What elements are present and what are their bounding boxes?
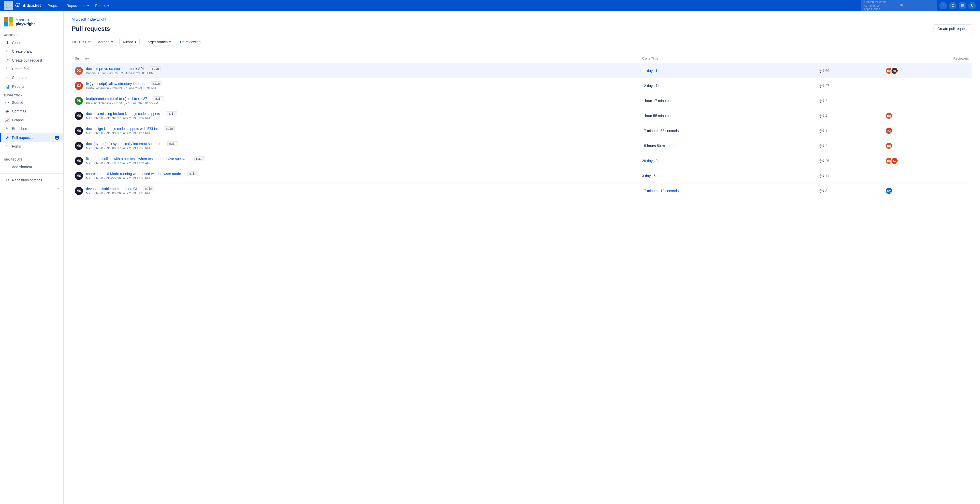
- pr-comments-cell-9: 💬 3: [816, 183, 883, 198]
- app-grid-icon[interactable]: [4, 1, 13, 10]
- table-row[interactable]: MS devops: disable npm audit on CI → mai…: [72, 183, 972, 198]
- table-row[interactable]: MS docs(python): fix syntactically incor…: [72, 139, 972, 153]
- sidebar-item-pull-requests[interactable]: ↗ Pull requests 1: [0, 133, 63, 142]
- reviewing-filter[interactable]: I'm reviewing: [177, 38, 203, 46]
- sidebar-item-compare[interactable]: ↔ Compare: [0, 73, 63, 82]
- filters-bar: FILTER BY: Merged ▾ Author ▾ Target bran…: [72, 38, 972, 50]
- comment-icon: 💬: [819, 129, 824, 133]
- sidebar-item-source[interactable]: <> Source: [0, 99, 63, 107]
- pr-cycle-time: 17 minutes 10 seconds: [642, 189, 679, 193]
- pr-cycle-time-cell-2: 12 days 7 hours: [639, 78, 816, 93]
- pull-requests-table: Summary Cycle Time Reviewers DO docs: im…: [72, 54, 972, 198]
- bitbucket-apps-icon[interactable]: ▦: [959, 2, 966, 10]
- repository-settings-icon: ⚙: [5, 178, 10, 182]
- sidebar-item-graphs[interactable]: 📈 Graphs: [0, 115, 63, 124]
- pr-arrow-icon: →: [190, 157, 193, 161]
- reviewer-avatar: DO: [885, 112, 892, 119]
- sidebar-item-clone[interactable]: ⬇ Clone: [0, 38, 63, 47]
- bitbucket-logo[interactable]: Bitbucket: [15, 3, 41, 9]
- sidebar-item-create-pull-request[interactable]: ↗ Create pull request: [0, 56, 63, 65]
- pr-cycle-time: 15 hours 50 minutes: [642, 144, 674, 148]
- pr-summary-cell-9: MS devops: disable npm audit on CI → mai…: [72, 183, 639, 198]
- summary-column-header: Summary: [72, 54, 639, 63]
- nav-people[interactable]: People ▾: [92, 2, 112, 9]
- create-pull-request-button[interactable]: Create pull request: [933, 24, 972, 33]
- sidebar-item-commits[interactable]: ◉ Commits: [0, 107, 63, 115]
- sidebar-item-reports[interactable]: 📊 Reports: [0, 82, 63, 91]
- pr-meta: Max Schmitt - #31033, 27 June 2023 01:14…: [86, 132, 175, 135]
- sidebar-item-create-fork[interactable]: ⑂ Create fork: [0, 65, 63, 73]
- table-row[interactable]: MS chore: keep UI Mode running when used…: [72, 168, 972, 183]
- sidebar-item-forks[interactable]: ⑂ Forks: [0, 142, 63, 151]
- pr-summary-cell-6: MS docs(python): fix syntactically incor…: [72, 139, 639, 153]
- pr-title-text: fix(typescript): allow directory imports: [86, 82, 145, 86]
- pr-title-link[interactable]: fix: do not collide with other tests whe…: [86, 156, 205, 161]
- comments-count: 💬 27: [819, 84, 880, 88]
- comments-count: 💬 4: [819, 114, 880, 118]
- pr-reviewers-cell-5: KJ ✓: [882, 123, 972, 139]
- brand-name: Bitbucket: [22, 3, 41, 8]
- nav-repositories[interactable]: Repositories ▾: [64, 2, 92, 9]
- target-branch-filter[interactable]: Target branch ▾: [143, 38, 175, 46]
- pr-title-link[interactable]: docs(python): fix syntactically incorrec…: [86, 142, 178, 146]
- pr-cycle-time: 17 minutes 53 seconds: [642, 129, 679, 133]
- pr-arrow-icon: →: [148, 97, 151, 100]
- reviewer-avatar: DO: [885, 142, 892, 149]
- status-filter[interactable]: Merged ▾: [94, 38, 116, 46]
- author-filter[interactable]: Author ▾: [119, 38, 140, 46]
- comments-count: 💬 69: [819, 69, 880, 73]
- breadcrumb-org-link[interactable]: Microsoft: [72, 17, 86, 21]
- pr-title-link[interactable]: chore: keep UI Mode running when used wi…: [86, 171, 198, 176]
- help-icon[interactable]: ?: [939, 2, 947, 10]
- pr-title-link[interactable]: fix(typescript): allow directory imports…: [86, 81, 162, 86]
- svg-point-0: [17, 5, 19, 7]
- pr-cycle-time-cell-1: 11 days 1 hour: [639, 63, 816, 78]
- pr-author-avatar: KJ: [75, 82, 83, 90]
- pr-author-avatar: MS: [75, 127, 83, 135]
- table-row[interactable]: DO docs: improve example for mock API → …: [72, 63, 972, 78]
- top-nav-links: Projects Repositories ▾ People ▾: [45, 2, 859, 9]
- pr-target-branch: main: [167, 142, 178, 146]
- sidebar-item-add-shortcut-label: Add shortcut: [12, 165, 59, 169]
- org-name[interactable]: Microsoft: [16, 18, 35, 22]
- pr-title-link[interactable]: devops: disable npm audit on CI → main: [86, 187, 154, 191]
- create-pr-icon: ↗: [5, 58, 10, 62]
- sidebar-collapse-button[interactable]: «: [0, 185, 63, 193]
- table-row[interactable]: MS fix: do not collide with other tests …: [72, 153, 972, 168]
- table-row[interactable]: MS docs: fix missing broken Node.js code…: [72, 108, 972, 123]
- pr-title-link[interactable]: docs: align Node.js code snippets with E…: [86, 126, 175, 131]
- comment-icon: 💬: [819, 84, 824, 88]
- add-shortcut-icon: +: [5, 164, 10, 169]
- pr-summary-cell-1: DO docs: improve example for mock API → …: [72, 63, 639, 78]
- table-row[interactable]: PS feat(chromium-tip-of-tree): roll to r…: [72, 93, 972, 108]
- pr-title-link[interactable]: docs: improve example for mock API → mai…: [86, 66, 161, 71]
- table-row[interactable]: KJ fix(typescript): allow directory impo…: [72, 78, 972, 93]
- pr-cycle-time-cell-5: 17 minutes 53 seconds: [639, 123, 816, 139]
- search-input-placeholder: Search for code, commits or repositories…: [864, 0, 898, 11]
- breadcrumb-repo-link[interactable]: playwright: [90, 17, 106, 21]
- sidebar-item-branches[interactable]: ⑂ Branches: [0, 124, 63, 133]
- user-avatar[interactable]: U: [968, 2, 976, 10]
- pr-summary-cell-2: KJ fix(typescript): allow directory impo…: [72, 78, 639, 93]
- pr-meta: Max Schmitt - #31006, 27 June 2023 12:53…: [86, 147, 178, 150]
- pr-title-link[interactable]: feat(chromium-tip-of-tree): roll to r112…: [86, 96, 164, 101]
- chevron-down-icon: ▾: [169, 40, 171, 44]
- reviewer-avatar: KJ: [891, 157, 898, 164]
- reviewers-cell: KJ ✓: [885, 127, 969, 134]
- pr-reviewers-cell-6: DO: [882, 139, 972, 153]
- pr-target-branch: main: [187, 171, 198, 176]
- settings-icon[interactable]: ⚙: [949, 2, 956, 10]
- sidebar-item-create-branch[interactable]: ⑂ Create branch: [0, 47, 63, 56]
- pr-cycle-time-cell-4: 1 hour 55 minutes: [639, 108, 816, 123]
- breadcrumb-separator: /: [88, 17, 89, 21]
- comment-icon: 💬: [819, 69, 824, 73]
- sidebar-item-repository-settings[interactable]: ⚙ Repository settings: [0, 175, 63, 185]
- sidebar-item-graphs-label: Graphs: [12, 118, 59, 122]
- search-bar[interactable]: Search for code, commits or repositories…: [861, 0, 937, 13]
- nav-projects[interactable]: Projects: [45, 2, 63, 9]
- table-row[interactable]: MS docs: align Node.js code snippets wit…: [72, 123, 972, 139]
- reviewer-status-pending: [890, 117, 892, 119]
- navigation-section-label: NAVIGATION: [0, 91, 63, 99]
- sidebar-item-add-shortcut[interactable]: + Add shortcut: [0, 163, 63, 171]
- pr-title-link[interactable]: docs: fix missing broken Node.js code sn…: [86, 112, 177, 116]
